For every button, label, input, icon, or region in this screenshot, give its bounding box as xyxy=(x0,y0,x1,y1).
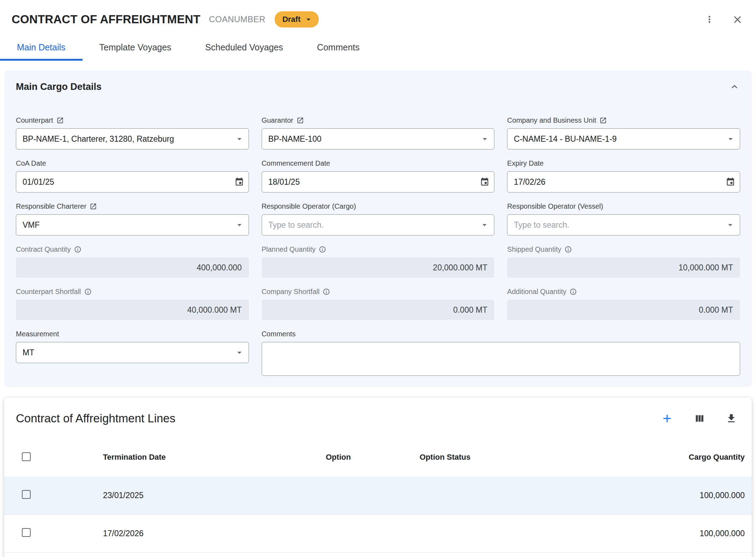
field-label: Responsible Operator (Cargo) xyxy=(262,202,356,210)
header-actions xyxy=(704,14,743,25)
expiry-date-input[interactable] xyxy=(507,171,740,192)
coa-number: COANUMBER xyxy=(209,14,266,24)
tab-template-voyages[interactable]: Template Voyages xyxy=(83,36,188,61)
chevron-down-icon xyxy=(480,220,489,230)
info-icon[interactable] xyxy=(323,288,330,295)
guarantor-select[interactable]: BP-NAME-100 xyxy=(262,128,495,149)
chevron-down-icon xyxy=(480,134,490,144)
close-icon xyxy=(732,14,743,25)
info-icon[interactable] xyxy=(569,288,577,295)
table-row[interactable]: 23/01/2025 100,000.000 xyxy=(4,477,752,515)
additional-quantity-value: 0.000 MT xyxy=(507,300,740,320)
select-value: MT xyxy=(23,348,34,357)
field-additional-quantity: Additional Quantity 0.000 MT xyxy=(507,287,740,320)
responsible-operator-vessel-input[interactable] xyxy=(507,214,740,235)
comments-textarea[interactable] xyxy=(262,342,740,376)
info-icon[interactable] xyxy=(74,246,81,253)
responsible-operator-cargo-input[interactable] xyxy=(262,214,495,235)
field-label: Comments xyxy=(262,330,296,338)
coa-date-input[interactable] xyxy=(16,171,249,192)
more-options-button[interactable] xyxy=(704,14,715,25)
counterpart-select[interactable]: BP-NAME-1, Charterer, 31280, Ratzeburg xyxy=(16,128,249,149)
field-label: Measurement xyxy=(16,330,59,338)
company-shortfall-value: 0.000 MT xyxy=(262,300,495,320)
calendar-icon[interactable] xyxy=(480,177,489,187)
calendar-icon[interactable] xyxy=(726,177,735,187)
responsible-charterer-select[interactable]: VMF xyxy=(16,214,249,235)
commencement-date-input[interactable] xyxy=(262,171,495,192)
open-in-new-icon[interactable] xyxy=(599,117,607,124)
download-icon xyxy=(726,413,737,424)
page-title: CONTRACT OF AFFREIGHTMENT xyxy=(12,13,200,26)
termination-date-cell: 17/02/2026 xyxy=(103,529,326,538)
field-label: Contract Quantity xyxy=(16,245,71,253)
measurement-select[interactable]: MT xyxy=(16,342,249,363)
tab-comments[interactable]: Comments xyxy=(300,36,377,61)
add-line-button[interactable] xyxy=(661,412,673,425)
row-checkbox[interactable] xyxy=(22,490,31,499)
close-button[interactable] xyxy=(732,14,743,25)
field-comments: Comments xyxy=(262,329,740,377)
field-label: Company and Business Unit xyxy=(507,116,596,124)
tab-label: Comments xyxy=(317,42,360,53)
field-company-shortfall: Company Shortfall 0.000 MT xyxy=(262,287,495,320)
tab-label: Scheduled Voyages xyxy=(205,42,283,53)
tab-label: Template Voyages xyxy=(99,42,171,53)
open-in-new-icon[interactable] xyxy=(56,117,64,124)
lines-title: Contract of Affreightment Lines xyxy=(16,412,175,425)
field-label: Planned Quantity xyxy=(262,245,316,253)
row-checkbox[interactable] xyxy=(22,528,31,537)
download-button[interactable] xyxy=(726,413,737,424)
field-label: Additional Quantity xyxy=(507,288,566,296)
termination-date-cell: 23/01/2025 xyxy=(103,491,326,500)
contract-quantity-value: 400,000.000 xyxy=(16,257,249,278)
kebab-menu-icon xyxy=(704,14,715,25)
open-in-new-icon[interactable] xyxy=(297,117,304,124)
field-label: Expiry Date xyxy=(507,159,543,167)
status-badge[interactable]: Draft xyxy=(275,11,319,27)
info-icon[interactable] xyxy=(84,288,92,295)
column-header-option-status: Option Status xyxy=(420,453,571,462)
info-icon[interactable] xyxy=(319,246,326,253)
select-all-checkbox[interactable] xyxy=(22,452,31,461)
field-counterpart: Counterpart BP-NAME-1, Charterer, 31280,… xyxy=(16,116,249,149)
field-label: Company Shortfall xyxy=(262,288,320,296)
section-title: Main Cargo Details xyxy=(16,81,102,92)
field-contract-quantity: Contract Quantity 400,000.000 xyxy=(16,245,249,278)
lines-actions xyxy=(661,412,737,425)
planned-quantity-value: 20,000.000 MT xyxy=(262,257,495,278)
field-planned-quantity: Planned Quantity 20,000.000 MT xyxy=(262,245,495,278)
lines-header: Contract of Affreightment Lines xyxy=(4,398,752,438)
tab-main-details[interactable]: Main Details xyxy=(0,36,83,61)
coa-lines-section: Contract of Affreightment Lines Term xyxy=(4,398,752,557)
table-header-row: Termination Date Option Option Status Ca… xyxy=(4,438,752,477)
column-header-termination-date: Termination Date xyxy=(103,453,326,462)
chevron-down-icon xyxy=(726,134,736,144)
columns-icon xyxy=(694,413,705,424)
main-cargo-details-section: Main Cargo Details Counterpart BP-NAME-1… xyxy=(4,71,752,387)
tab-scheduled-voyages[interactable]: Scheduled Voyages xyxy=(188,36,300,61)
shipped-quantity-value: 10,000.000 MT xyxy=(507,257,740,278)
info-icon[interactable] xyxy=(565,246,572,253)
cargo-quantity-cell: 100,000.000 xyxy=(571,491,745,500)
table-row[interactable]: 17/02/2026 100,000.000 xyxy=(4,515,752,553)
column-header-option: Option xyxy=(326,453,420,462)
cargo-quantity-cell: 100,000.000 xyxy=(571,529,745,538)
field-guarantor: Guarantor BP-NAME-100 xyxy=(262,116,495,149)
company-business-unit-select[interactable]: C-NAME-14 - BU-NAME-1-9 xyxy=(507,128,740,149)
field-label: Counterpart Shortfall xyxy=(16,288,81,296)
calendar-icon[interactable] xyxy=(234,177,244,187)
field-label: Commencement Date xyxy=(262,159,330,167)
field-label: Responsible Charterer xyxy=(16,202,86,210)
columns-button[interactable] xyxy=(694,413,705,424)
field-label: Responsible Operator (Vessel) xyxy=(507,202,603,210)
section-header: Main Cargo Details xyxy=(16,81,740,92)
collapse-section-button[interactable] xyxy=(729,81,740,92)
plus-icon xyxy=(661,412,673,425)
open-in-new-icon[interactable] xyxy=(90,203,97,210)
select-value: BP-NAME-1, Charterer, 31280, Ratzeburg xyxy=(23,134,174,144)
field-label: Guarantor xyxy=(262,116,293,124)
field-label: Shipped Quantity xyxy=(507,245,561,253)
field-label: Counterpart xyxy=(16,116,53,124)
column-header-cargo-quantity: Cargo Quantity xyxy=(571,453,745,462)
